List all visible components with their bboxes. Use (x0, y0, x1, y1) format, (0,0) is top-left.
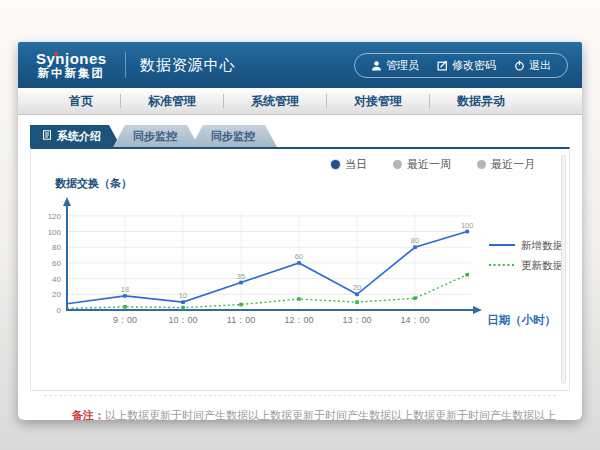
radio-today[interactable]: 当日 (331, 157, 367, 172)
svg-text:10：00: 10：00 (168, 315, 197, 325)
logo: Synjones 新中新集团 (32, 51, 111, 79)
svg-text:60: 60 (52, 259, 61, 268)
user-menu: 管理员 修改密码 退出 (354, 53, 568, 78)
tab-label: 系统介绍 (57, 129, 101, 144)
svg-text:35: 35 (237, 272, 245, 281)
tab-sync-monitor-1[interactable]: 同步监控 (113, 125, 199, 147)
power-icon (514, 60, 525, 71)
document-icon (42, 130, 52, 142)
chart-panel: 当日 最近一周 最近一月 数据交换（条） 0204060801001209：00… (30, 147, 570, 391)
svg-text:14：00: 14：00 (400, 315, 429, 325)
radio-selected-icon (331, 160, 340, 169)
svg-text:12：00: 12：00 (284, 315, 313, 325)
change-password-button[interactable]: 修改密码 (437, 58, 496, 73)
chart-container: 0204060801001209：0010：0011：0012：0013：001… (31, 193, 569, 337)
nav-item-interface-mgmt[interactable]: 对接管理 (327, 94, 430, 108)
svg-text:11：00: 11：00 (227, 315, 255, 325)
svg-text:13：00: 13：00 (342, 315, 371, 325)
y-axis-title: 数据交换（条） (55, 176, 569, 191)
svg-text:0: 0 (57, 306, 62, 315)
nav-item-system-mgmt[interactable]: 系统管理 (224, 94, 327, 108)
radio-unselected-icon (393, 160, 402, 169)
svg-text:80: 80 (52, 243, 61, 252)
svg-text:120: 120 (48, 212, 62, 221)
svg-text:9：00: 9：00 (113, 315, 137, 325)
svg-text:日期（小时）: 日期（小时） (487, 313, 556, 327)
note-text: 以上数据更新于时间产生数据以上数据更新于时间产生数据以上数据更新于时间产生数据以… (105, 409, 556, 421)
radio-label: 最近一周 (407, 157, 451, 172)
svg-text:60: 60 (295, 252, 303, 261)
svg-text:20: 20 (52, 290, 61, 299)
footer-note: 备注：以上数据更新于时间产生数据以上数据更新于时间产生数据以上数据更新于时间产生… (44, 395, 556, 427)
content-area: 系统介绍 同步监控 同步监控 当日 最近一周 (18, 115, 582, 427)
radio-last-week[interactable]: 最近一周 (393, 157, 451, 172)
user-menu-label: 修改密码 (452, 58, 496, 73)
header: Synjones 新中新集团 数据资源中心 管理员 修改密码 (18, 42, 582, 88)
logo-subtext: 新中新集团 (36, 67, 107, 79)
radio-unselected-icon (477, 160, 486, 169)
tab-system-intro[interactable]: 系统介绍 (30, 125, 121, 147)
radio-label: 当日 (345, 157, 367, 172)
radio-label: 最近一月 (491, 157, 535, 172)
svg-text:更新数据: 更新数据 (521, 259, 564, 271)
tab-sync-monitor-2[interactable]: 同步监控 (191, 125, 277, 147)
edit-icon (437, 60, 448, 71)
main-nav: 首页 标准管理 系统管理 对接管理 数据异动 (18, 88, 582, 115)
admin-user-button[interactable]: 管理员 (371, 58, 419, 73)
nav-item-standard-mgmt[interactable]: 标准管理 (121, 94, 224, 108)
note-label: 备注： (72, 409, 105, 421)
nav-item-home[interactable]: 首页 (42, 94, 121, 108)
svg-text:100: 100 (461, 221, 474, 230)
logo-text: Synjones (36, 51, 107, 67)
user-menu-label: 管理员 (386, 58, 419, 73)
user-icon (371, 60, 382, 71)
svg-text:新增数据: 新增数据 (521, 239, 564, 251)
svg-text:20: 20 (353, 283, 361, 292)
radio-last-month[interactable]: 最近一月 (477, 157, 535, 172)
time-range-filter: 当日 最近一周 最近一月 (31, 149, 569, 172)
app-window: Synjones 新中新集团 数据资源中心 管理员 修改密码 (18, 42, 582, 420)
svg-text:18: 18 (121, 285, 129, 294)
nav-item-data-change[interactable]: 数据异动 (430, 94, 532, 108)
tab-bar: 系统介绍 同步监控 同步监控 (30, 125, 570, 147)
svg-text:10: 10 (179, 291, 187, 300)
logout-button[interactable]: 退出 (514, 58, 551, 73)
svg-text:100: 100 (48, 228, 62, 237)
svg-text:40: 40 (52, 275, 61, 284)
user-menu-label: 退出 (529, 58, 551, 73)
line-chart: 0204060801001209：0010：0011：0012：0013：001… (31, 193, 571, 333)
tab-label: 同步监控 (133, 129, 177, 144)
tab-label: 同步监控 (211, 129, 255, 144)
svg-text:80: 80 (411, 236, 419, 245)
vertical-scrollbar[interactable] (561, 155, 566, 384)
page-title: 数据资源中心 (140, 56, 236, 75)
header-divider (125, 52, 126, 78)
